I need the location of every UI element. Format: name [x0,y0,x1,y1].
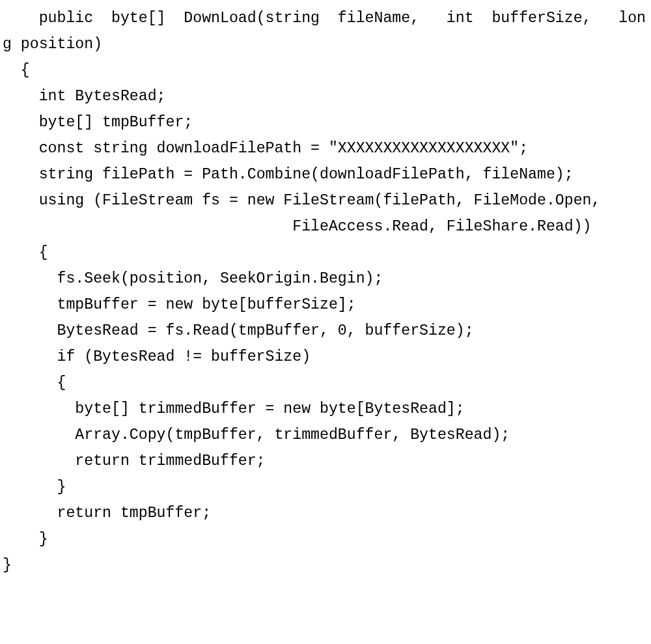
code-block: public byte[] DownLoad(string fileName, … [0,0,651,583]
